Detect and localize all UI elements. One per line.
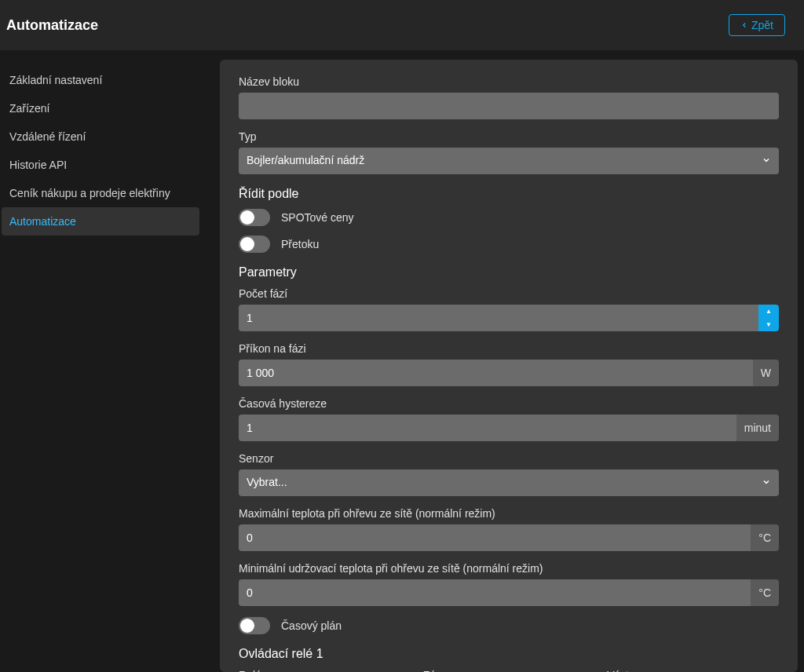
type-select-value: Bojler/akumulační nádrž xyxy=(247,154,364,166)
parameters-title: Parametry xyxy=(239,265,779,279)
type-select[interactable]: Bojler/akumulační nádrž xyxy=(239,148,779,174)
block-name-input[interactable] xyxy=(239,93,779,119)
block-name-label: Název bloku xyxy=(239,75,779,88)
sidebar-item-label: Automatizace xyxy=(9,215,76,228)
min-temp-input[interactable] xyxy=(239,579,751,606)
sidebar-item-api-history[interactable]: Historie API xyxy=(2,151,199,179)
sidebar-item-label: Historie API xyxy=(9,159,67,171)
sidebar-item-label: Základní nastavení xyxy=(9,74,102,86)
sidebar-item-pricing[interactable]: Ceník nákupu a prodeje elektřiny xyxy=(2,179,199,207)
sidebar-item-remote-control[interactable]: Vzdálené řízení xyxy=(2,122,199,151)
sidebar-item-devices[interactable]: Zařízení xyxy=(2,94,199,122)
power-per-phase-label: Příkon na fázi xyxy=(239,342,779,355)
phase-count-label: Počet fází xyxy=(239,287,779,300)
sensor-label: Senzor xyxy=(239,452,779,465)
sensor-select[interactable]: Vybrat... xyxy=(239,469,779,496)
type-label: Typ xyxy=(239,130,779,143)
chevron-left-icon xyxy=(740,19,748,31)
power-unit-label: W xyxy=(753,360,779,386)
sidebar-item-label: Vzdálené řízení xyxy=(9,130,86,143)
back-button[interactable]: Zpět xyxy=(729,14,785,36)
phase-count-input[interactable] xyxy=(239,305,758,331)
spot-prices-toggle[interactable] xyxy=(239,209,270,226)
min-temp-label: Minimální udržovací teplota při ohřevu z… xyxy=(239,562,779,575)
schedule-toggle-label: Časový plán xyxy=(281,619,342,632)
phase-count-stepper[interactable]: ▲ ▼ xyxy=(758,305,779,331)
temp-unit-label: °C xyxy=(751,524,779,551)
sidebar-item-label: Zařízení xyxy=(9,102,49,115)
sidebar-item-basic-settings[interactable]: Základní nastavení xyxy=(2,66,199,94)
time-hysteresis-input[interactable] xyxy=(239,415,736,441)
stepper-down-icon[interactable]: ▼ xyxy=(758,318,779,331)
page-header: Automatizace Zpět xyxy=(0,0,804,50)
sidebar: Základní nastavení Zařízení Vzdálené říz… xyxy=(0,50,204,672)
back-button-label: Zpět xyxy=(751,19,773,31)
control-by-title: Řídit podle xyxy=(239,187,779,201)
sidebar-item-automation[interactable]: Automatizace xyxy=(2,207,199,236)
temp-unit-label: °C xyxy=(751,579,779,606)
stepper-up-icon[interactable]: ▲ xyxy=(758,305,779,318)
max-temp-label: Maximální teplota při ohřevu ze sítě (no… xyxy=(239,507,779,520)
schedule-toggle[interactable] xyxy=(239,617,270,634)
sensor-select-value: Vybrat... xyxy=(247,476,287,488)
relay-section-title: Ovládací relé 1 xyxy=(239,647,779,661)
spot-prices-toggle-label: SPOTové ceny xyxy=(281,211,354,224)
relay-label: Relé xyxy=(239,669,411,672)
output-label: Výstup xyxy=(607,669,779,672)
main-form: Název bloku Typ Bojler/akumulační nádrž … xyxy=(220,60,798,672)
phase-label: Fáze xyxy=(423,669,595,672)
overflow-toggle-label: Přetoku xyxy=(281,238,319,250)
max-temp-input[interactable] xyxy=(239,524,751,551)
overflow-toggle[interactable] xyxy=(239,236,270,253)
time-unit-label: minut xyxy=(736,415,779,441)
power-per-phase-input[interactable] xyxy=(239,360,753,386)
time-hysteresis-label: Časová hystereze xyxy=(239,397,779,410)
sidebar-item-label: Ceník nákupu a prodeje elektřiny xyxy=(9,187,170,199)
page-title: Automatizace xyxy=(6,17,98,34)
